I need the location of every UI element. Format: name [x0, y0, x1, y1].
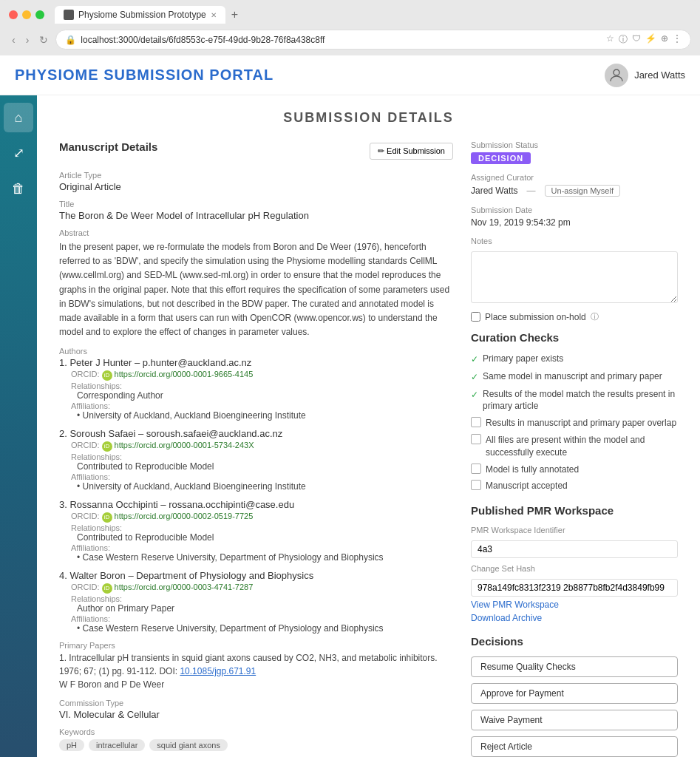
check-item: Manuscript accepted	[471, 480, 678, 492]
changeset-input[interactable]	[471, 579, 678, 597]
waive-payment-button[interactable]: Waive Payment	[471, 710, 678, 730]
affiliation-value: Case Western Reserve University, Departm…	[77, 623, 453, 634]
sidebar-item-delete[interactable]: 🗑	[4, 174, 33, 203]
extension-icon[interactable]: ⚡	[645, 33, 656, 46]
menu-icon[interactable]: ⋮	[673, 33, 682, 46]
chrome-icon[interactable]: ⊕	[661, 33, 668, 46]
submission-status-label: Submission Status	[471, 140, 678, 149]
tab-favicon	[64, 10, 74, 20]
check-item: Results in manuscript and primary paper …	[471, 417, 678, 430]
keyword-badge: intracellular	[89, 739, 145, 751]
assigned-curator-section: Assigned Curator Jared Watts — Un-assign…	[471, 173, 678, 197]
check-empty	[471, 480, 481, 490]
relationship-value: Contributed to Reproducible Model	[77, 461, 453, 472]
orcid-link[interactable]: https://orcid.org/0000-0002-0519-7725	[115, 512, 254, 520]
relationships-label: Relationships:	[71, 381, 453, 390]
orcid-link[interactable]: https://orcid.org/0000-0001-9665-4145	[115, 370, 254, 378]
check-icon: ✓	[471, 353, 478, 366]
abstract-label: Abstract	[59, 228, 453, 237]
traffic-light-minimize[interactable]	[22, 10, 31, 19]
notes-section: Notes	[471, 237, 678, 305]
refresh-button[interactable]: ↻	[36, 33, 51, 47]
curation-checks-title: Curation Checks	[471, 331, 678, 344]
abstract-field: Abstract In the present paper, we re-for…	[59, 228, 453, 339]
title-field: Title The Boron & De Weer Model of Intra…	[59, 200, 453, 221]
list-item: 3. Rossanna Occhipinti – rossana.occhipi…	[59, 499, 453, 563]
relationship-value: Corresponding Author	[77, 390, 453, 401]
user-name: Jared Watts	[634, 69, 685, 81]
pmr-id-input[interactable]	[471, 540, 678, 558]
check-item: ✓ Same model in manuscript and primary p…	[471, 370, 678, 384]
relationships-label: Relationships:	[71, 523, 453, 532]
changeset-label: Change Set Hash	[471, 564, 678, 573]
traffic-light-maximize[interactable]	[35, 10, 44, 19]
pmr-section-title: Published PMR Workspace	[471, 504, 678, 517]
edit-submission-button[interactable]: ✏ Edit Submission	[370, 143, 453, 160]
orcid-link[interactable]: https://orcid.org/0000-0003-4741-7287	[115, 583, 254, 591]
url-bar[interactable]: 🔒 localhost:3000/details/6fd8553c-e75f-4…	[55, 30, 691, 50]
forward-button[interactable]: ›	[23, 33, 33, 47]
on-hold-checkbox[interactable]	[471, 312, 480, 322]
check-label: Results of the model match the results p…	[483, 388, 678, 413]
keywords-label: Keywords	[59, 727, 453, 736]
affiliations-label: Affiliations:	[71, 401, 453, 410]
check-label: Manuscript accepted	[486, 480, 568, 492]
tab-close-icon[interactable]: ✕	[211, 11, 217, 19]
list-item: 1. Peter J Hunter – p.hunter@auckland.ac…	[59, 357, 453, 421]
unassign-button[interactable]: Un-assign Myself	[545, 185, 620, 197]
authors-label: Authors	[59, 347, 453, 356]
sidebar: ⌂ ⤢ 🗑	[0, 95, 37, 757]
check-label: All files are present within the model a…	[486, 434, 678, 459]
on-hold-label: Place submission on-hold	[485, 312, 586, 322]
sidebar-item-home[interactable]: ⌂	[4, 103, 33, 132]
approve-for-payment-button[interactable]: Approve for Payment	[471, 683, 678, 704]
lock-icon: 🔒	[65, 35, 76, 45]
pmr-workspace-section: Published PMR Workspace PMR Workspace Id…	[471, 504, 678, 623]
page-title: SUBMISSION DETAILS	[59, 110, 678, 126]
paper-number: 1.	[59, 653, 67, 663]
sidebar-item-expand[interactable]: ⤢	[4, 138, 33, 168]
content-area: SUBMISSION DETAILS Manuscript Details ✏ …	[37, 95, 700, 757]
commission-type-label: Commission Type	[59, 699, 453, 707]
affiliation-value: University of Auckland, Auckland Bioengi…	[77, 410, 453, 421]
shield-icon[interactable]: 🛡	[632, 33, 641, 46]
author-name: 2. Soroush Safaei – soroush.safaei@auckl…	[59, 428, 453, 439]
status-badge: DECISION	[471, 152, 531, 164]
traffic-light-close[interactable]	[9, 10, 18, 19]
author-name: 4. Walter Boron – Department of Physiolo…	[59, 570, 453, 581]
check-empty	[471, 417, 481, 427]
relationships-label: Relationships:	[71, 594, 453, 603]
check-label: Model is fully annotated	[486, 464, 579, 476]
abstract-value: In the present paper, we re-formulate th…	[59, 240, 453, 339]
doi-link[interactable]: 10.1085/jgp.671.91	[180, 666, 256, 676]
article-type-value: Original Article	[59, 181, 453, 192]
curator-name: Jared Watts	[471, 186, 518, 196]
keyword-badge: squid giant axons	[149, 739, 228, 751]
separator: —	[527, 186, 536, 196]
check-icon: ✓	[471, 371, 478, 384]
paper-authors: W F Boron and P De Weer	[59, 679, 164, 690]
relationship-value: Author on Primary Paper	[77, 603, 453, 614]
check-item: All files are present within the model a…	[471, 434, 678, 459]
download-archive-link[interactable]: Download Archive	[471, 613, 678, 623]
reject-article-button[interactable]: Reject Article	[471, 736, 678, 757]
manuscript-section-title: Manuscript Details	[59, 140, 157, 153]
authors-section: Authors 1. Peter J Hunter – p.hunter@auc…	[59, 347, 453, 634]
avatar	[605, 64, 628, 87]
submission-date-value: Nov 19, 2019 9:54:32 pm	[471, 217, 678, 228]
user-info: Jared Watts	[605, 64, 685, 87]
new-tab-button[interactable]: +	[231, 8, 238, 21]
back-button[interactable]: ‹	[9, 33, 18, 47]
notes-textarea[interactable]	[471, 251, 678, 303]
info-icon[interactable]: ⓘ	[619, 33, 628, 46]
view-pmr-link[interactable]: View PMR Workspace	[471, 600, 678, 610]
resume-quality-checks-button[interactable]: Resume Quality Checks	[471, 656, 678, 677]
check-empty	[471, 434, 481, 444]
affiliations-label: Affiliations:	[71, 543, 453, 552]
info-icon: ⓘ	[591, 311, 599, 322]
orcid-link[interactable]: https://orcid.org/0000-0001-5734-243X	[115, 441, 254, 449]
check-empty	[471, 464, 481, 474]
check-icon: ✓	[471, 389, 478, 401]
star-icon[interactable]: ☆	[606, 33, 614, 46]
browser-tab[interactable]: Physiome Submission Prototype ✕	[55, 6, 225, 24]
